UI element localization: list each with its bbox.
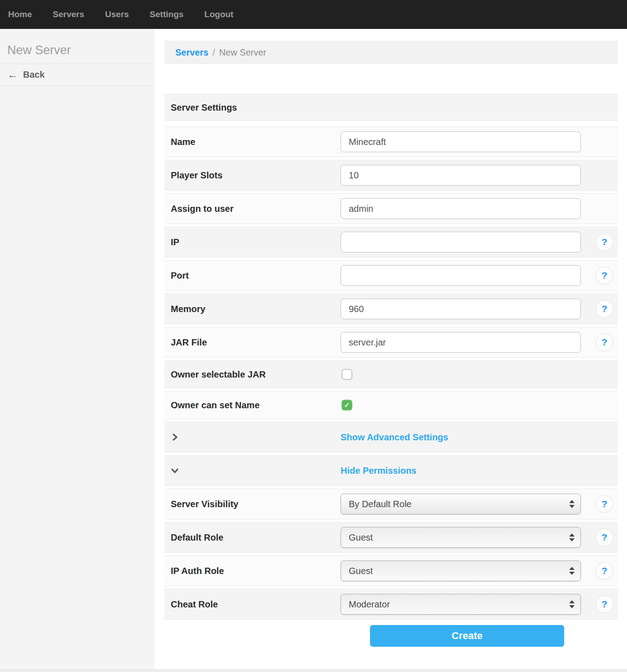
nav-item-home[interactable]: Home (8, 9, 32, 19)
player-slots-input[interactable] (341, 165, 581, 186)
server-visibility-value: By Default Role (349, 499, 412, 509)
back-label: Back (23, 70, 45, 80)
page-title: New Server (0, 29, 154, 64)
cheat-role-label: Cheat Role (164, 599, 341, 610)
owner-selectable-jar-checkbox[interactable] (342, 369, 352, 380)
section-title: Server Settings (164, 103, 341, 113)
page-bottom-divider (0, 669, 627, 672)
breadcrumb-separator: / (212, 47, 215, 58)
form-row-owner-can-set-name: Owner can set Name ✓ (164, 391, 618, 419)
sidebar: New Server ← Back (0, 29, 154, 669)
select-arrows-icon (569, 500, 575, 508)
form-row-cheat-role: Cheat Role Moderator ? (164, 589, 618, 620)
nav-item-users[interactable]: Users (105, 9, 129, 19)
form-row-name: Name (164, 126, 618, 157)
server-visibility-help-icon[interactable]: ? (596, 496, 613, 512)
form-row-owner-selectable-jar: Owner selectable JAR (164, 360, 618, 388)
select-arrows-icon (569, 600, 575, 608)
server-settings-form: Server Settings Name Player Slots Assign… (164, 94, 618, 647)
select-arrows-icon (569, 533, 575, 541)
assign-user-label: Assign to user (164, 204, 341, 214)
cheat-role-help-icon[interactable]: ? (596, 596, 613, 612)
chevron-down-icon[interactable] (164, 467, 341, 475)
cheat-role-value: Moderator (349, 599, 390, 610)
default-role-help-icon[interactable]: ? (596, 529, 613, 546)
nav-item-servers[interactable]: Servers (53, 9, 84, 19)
jar-file-input[interactable] (341, 332, 581, 353)
top-navbar: Home Servers Users Settings Logout (0, 0, 627, 29)
chevron-right-icon[interactable] (164, 433, 341, 441)
form-row-show-advanced: Show Advanced Settings (164, 422, 618, 453)
nav-item-logout[interactable]: Logout (204, 9, 233, 19)
form-row-section-header: Server Settings (164, 94, 618, 121)
player-slots-label: Player Slots (164, 170, 341, 181)
port-input[interactable] (341, 265, 581, 286)
jar-file-label: JAR File (164, 337, 341, 348)
default-role-select[interactable]: Guest (341, 527, 581, 548)
form-row-server-visibility: Server Visibility By Default Role ? (164, 489, 618, 519)
name-input[interactable] (341, 131, 581, 152)
back-button[interactable]: ← Back (0, 64, 154, 86)
default-role-value: Guest (349, 532, 373, 543)
form-row-player-slots: Player Slots (164, 160, 618, 191)
port-label: Port (164, 271, 341, 281)
form-row-assign-user: Assign to user (164, 193, 618, 224)
create-button[interactable]: Create (370, 625, 564, 647)
form-row-jar-file: JAR File ? (164, 327, 618, 358)
ip-auth-role-help-icon[interactable]: ? (596, 563, 613, 579)
ip-auth-role-label: IP Auth Role (164, 566, 341, 576)
server-visibility-label: Server Visibility (164, 499, 341, 509)
memory-label: Memory (164, 304, 341, 314)
form-row-ip-auth-role: IP Auth Role Guest ? (164, 555, 618, 586)
breadcrumb-current: New Server (219, 47, 266, 58)
create-row: Create (164, 625, 618, 647)
show-advanced-settings-link[interactable]: Show Advanced Settings (341, 432, 448, 443)
assign-user-input[interactable] (341, 198, 581, 219)
hide-permissions-link[interactable]: Hide Permissions (341, 466, 416, 476)
owner-can-set-name-label: Owner can set Name (164, 400, 341, 411)
memory-help-icon[interactable]: ? (596, 301, 613, 317)
owner-can-set-name-checkbox[interactable]: ✓ (342, 400, 352, 411)
memory-input[interactable] (341, 299, 581, 319)
jar-file-help-icon[interactable]: ? (596, 334, 613, 350)
form-row-port: Port ? (164, 260, 618, 291)
breadcrumb-link-servers[interactable]: Servers (175, 47, 208, 58)
owner-selectable-jar-label: Owner selectable JAR (164, 369, 341, 380)
main-content: Servers / New Server Server Settings Nam… (154, 29, 627, 669)
name-label: Name (164, 137, 341, 147)
form-row-default-role: Default Role Guest ? (164, 522, 618, 553)
ip-auth-role-select[interactable]: Guest (341, 560, 581, 581)
ip-label: IP (164, 237, 341, 247)
ip-help-icon[interactable]: ? (596, 234, 613, 250)
breadcrumb: Servers / New Server (164, 41, 618, 64)
server-visibility-select[interactable]: By Default Role (341, 494, 581, 514)
form-row-memory: Memory ? (164, 294, 618, 324)
cheat-role-select[interactable]: Moderator (341, 594, 581, 615)
form-row-hide-permissions: Hide Permissions (164, 455, 618, 486)
nav-item-settings[interactable]: Settings (150, 9, 183, 19)
default-role-label: Default Role (164, 532, 341, 543)
select-arrows-icon (569, 567, 575, 575)
back-arrow-icon: ← (7, 70, 18, 80)
ip-auth-role-value: Guest (349, 566, 373, 576)
form-row-ip: IP ? (164, 227, 618, 257)
port-help-icon[interactable]: ? (596, 267, 613, 284)
ip-input[interactable] (341, 232, 581, 252)
